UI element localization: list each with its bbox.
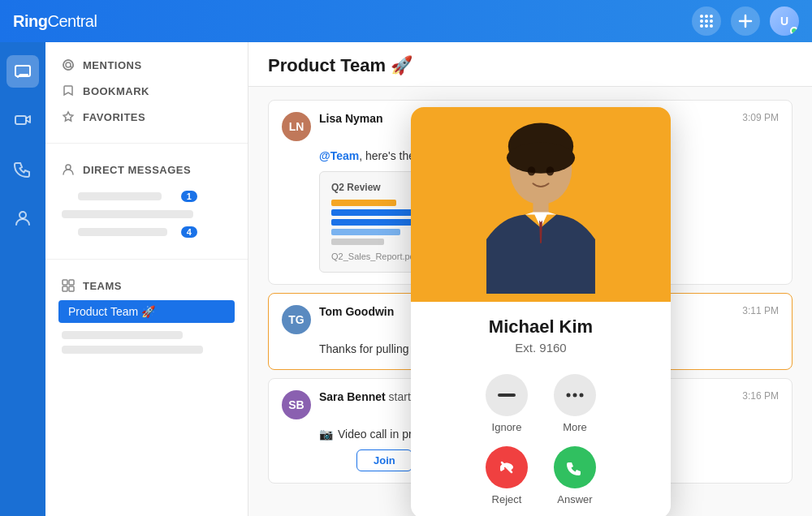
team-skeleton-1: [62, 331, 183, 339]
add-button[interactable]: [731, 6, 760, 36]
user-avatar[interactable]: U: [770, 6, 799, 36]
sidebar-dm-section: DIRECT MESSAGES 1 4: [45, 147, 248, 256]
svg-point-7: [705, 24, 708, 28]
call-actions: Ignore More: [411, 374, 671, 446]
bar-light-blue: [331, 229, 400, 235]
more-button[interactable]: [554, 374, 596, 416]
msg3-avatar-inner: SB: [282, 390, 311, 419]
dm-badge-1: 1: [181, 191, 197, 202]
online-indicator: [790, 27, 798, 35]
ignore-action[interactable]: Ignore: [486, 374, 528, 433]
svg-point-26: [573, 393, 577, 398]
bar-orange: [331, 200, 396, 206]
bar-gray: [331, 239, 384, 245]
msg1-mention: @Team: [319, 149, 359, 162]
bookmark-label: BOOKMARK: [83, 85, 149, 97]
incoming-call-overlay: Michael Kim Ext. 9160 Ignore: [411, 107, 671, 516]
svg-point-25: [567, 393, 571, 398]
product-team-item: Product Team 🚀: [45, 299, 248, 325]
svg-point-21: [528, 166, 536, 175]
svg-point-2: [710, 15, 713, 18]
nav-messages[interactable]: [6, 55, 39, 88]
sidebar-item-favorites[interactable]: FAVORITES: [45, 104, 248, 130]
svg-rect-15: [69, 280, 74, 285]
sidebar-teams-header[interactable]: TEAMS: [45, 273, 248, 299]
channel-title: Product Team 🚀: [268, 55, 793, 76]
content-area: Product Team 🚀 3:09 PM LN Lisa Nyman @Te…: [248, 42, 812, 516]
msg2-avatar-inner: TG: [282, 305, 311, 334]
nav-contacts[interactable]: [6, 201, 39, 234]
msg1-time: 3:09 PM: [742, 112, 779, 123]
svg-point-0: [700, 15, 703, 18]
join-button[interactable]: Join: [356, 449, 412, 471]
bar-blue-2: [331, 219, 412, 226]
reject-action[interactable]: Reject: [486, 446, 528, 505]
reject-button[interactable]: [486, 446, 528, 488]
caller-photo: [411, 107, 671, 302]
sidebar-item-product-team[interactable]: Product Team 🚀: [58, 300, 235, 323]
caller-name: Michael Kim: [424, 316, 658, 338]
call-info: Michael Kim Ext. 9160: [411, 302, 671, 374]
sidebar: MENTIONS BOOKMARK FAVORITES DIRECT MESSA…: [45, 42, 248, 516]
topbar: RingCentral U: [0, 0, 812, 42]
more-action[interactable]: More: [554, 374, 596, 433]
mentions-label: MENTIONS: [83, 59, 142, 71]
channel-header: Product Team 🚀: [248, 42, 812, 87]
app-logo: RingCentral: [13, 12, 97, 31]
sidebar-item-mentions[interactable]: MENTIONS: [45, 52, 248, 78]
dm-label: DIRECT MESSAGES: [83, 164, 191, 176]
svg-point-5: [710, 19, 713, 23]
caller-ext: Ext. 9160: [424, 341, 658, 355]
msg2-name: Tom Goodwin: [319, 305, 394, 318]
sidebar-teams-section: TEAMS Product Team 🚀: [45, 263, 248, 368]
svg-point-3: [700, 19, 703, 23]
answer-label: Answer: [557, 493, 592, 505]
favorites-label: FAVORITES: [83, 111, 145, 123]
answer-action[interactable]: Answer: [554, 446, 596, 505]
svg-point-6: [700, 24, 703, 28]
svg-rect-24: [498, 393, 516, 397]
svg-point-1: [705, 15, 708, 18]
dm-skeleton-2: [62, 210, 193, 218]
apps-button[interactable]: [692, 6, 721, 36]
icon-bar: [0, 42, 45, 516]
msg3-avatar: SB: [282, 390, 311, 419]
dm-skeleton-3: 4: [62, 223, 214, 241]
msg1-avatar: LN: [282, 112, 311, 141]
ignore-button[interactable]: [486, 374, 528, 416]
svg-point-27: [580, 393, 584, 398]
svg-point-22: [546, 166, 555, 175]
sidebar-mentions-section: MENTIONS BOOKMARK FAVORITES: [45, 42, 248, 140]
sidebar-item-bookmark[interactable]: BOOKMARK: [45, 78, 248, 104]
msg3-time: 3:16 PM: [742, 390, 779, 402]
call-answer-actions: Reject Answer: [411, 446, 671, 516]
svg-point-8: [710, 24, 713, 28]
dm-skeleton-1: 1: [62, 187, 214, 205]
svg-point-20: [507, 142, 575, 173]
divider-1: [45, 143, 248, 144]
product-team-label: Product Team 🚀: [68, 305, 155, 318]
team-skeleton-2: [62, 346, 203, 354]
svg-point-4: [705, 19, 708, 23]
nav-phone[interactable]: [6, 153, 39, 185]
svg-rect-10: [15, 116, 26, 124]
dm-badge-2: 4: [181, 226, 197, 238]
answer-button[interactable]: [554, 446, 596, 488]
msg2-time: 3:11 PM: [742, 305, 779, 316]
ignore-label: Ignore: [492, 421, 522, 433]
reject-label: Reject: [492, 493, 522, 505]
sidebar-dm-header[interactable]: DIRECT MESSAGES: [45, 157, 248, 183]
msg1-name: Lisa Nyman: [319, 112, 383, 125]
teams-label: TEAMS: [83, 280, 122, 292]
svg-rect-17: [69, 286, 74, 291]
nav-video[interactable]: [6, 104, 39, 136]
svg-point-11: [19, 212, 26, 218]
svg-rect-16: [63, 286, 67, 291]
topbar-right: U: [692, 6, 799, 36]
msg2-avatar: TG: [282, 305, 311, 334]
svg-point-13: [66, 165, 71, 170]
main-layout: MENTIONS BOOKMARK FAVORITES DIRECT MESSA…: [0, 42, 812, 516]
msg1-avatar-inner: LN: [282, 112, 311, 141]
divider-2: [45, 259, 248, 260]
more-label: More: [563, 421, 587, 433]
